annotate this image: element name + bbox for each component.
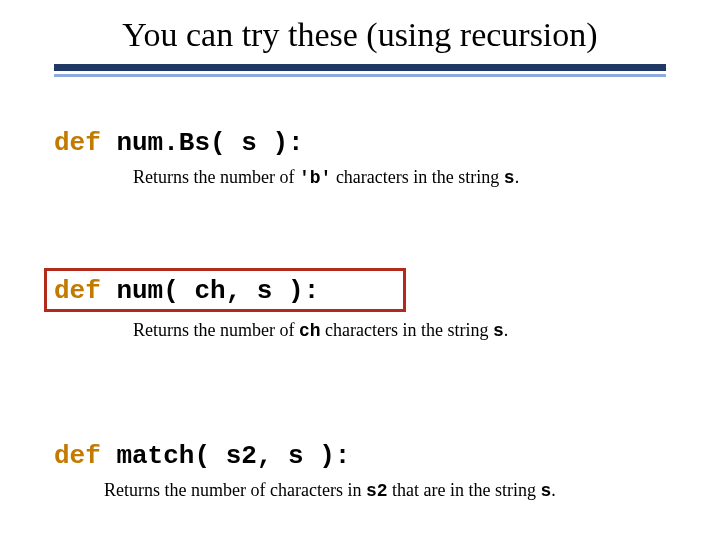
fn1-str: s — [504, 168, 515, 188]
fn2-arg: ch — [299, 321, 321, 341]
fn2-keyword: def — [54, 276, 101, 306]
fn1-arg: 'b' — [299, 168, 331, 188]
fn1-description: Returns the number of 'b' characters in … — [133, 167, 693, 189]
fn3-signature: def match( s2, s ): — [54, 443, 350, 469]
fn2-description: Returns the number of ch characters in t… — [133, 320, 693, 342]
fn3-arg: s2 — [366, 481, 388, 501]
slide-title: You can try these (using recursion) — [0, 16, 720, 54]
fn3-description: Returns the number of characters in s2 t… — [104, 480, 704, 502]
fn1-signature: def num.Bs( s ): — [54, 130, 304, 156]
fn3-keyword: def — [54, 441, 101, 471]
fn1-desc-pre: Returns the number of — [133, 167, 299, 187]
fn2-signature: def num( ch, s ): — [54, 278, 319, 304]
fn2-desc-end: . — [504, 320, 509, 340]
fn1-name: num.Bs( s ): — [101, 128, 304, 158]
title-rule-dark — [54, 64, 666, 71]
title-rule-light — [54, 74, 666, 77]
fn2-name: num( ch, s ): — [101, 276, 319, 306]
fn1-desc-end: . — [515, 167, 520, 187]
fn1-keyword: def — [54, 128, 101, 158]
fn3-name: match( s2, s ): — [101, 441, 351, 471]
fn2-desc-pre: Returns the number of — [133, 320, 299, 340]
fn3-str: s — [540, 481, 551, 501]
fn1-desc-mid: characters in the string — [331, 167, 503, 187]
fn2-str: s — [493, 321, 504, 341]
fn3-desc-mid: that are in the string — [388, 480, 541, 500]
fn2-desc-mid: characters in the string — [321, 320, 493, 340]
fn3-desc-end: . — [551, 480, 556, 500]
slide: You can try these (using recursion) def … — [0, 0, 720, 540]
fn3-desc-pre: Returns the number of characters in — [104, 480, 366, 500]
